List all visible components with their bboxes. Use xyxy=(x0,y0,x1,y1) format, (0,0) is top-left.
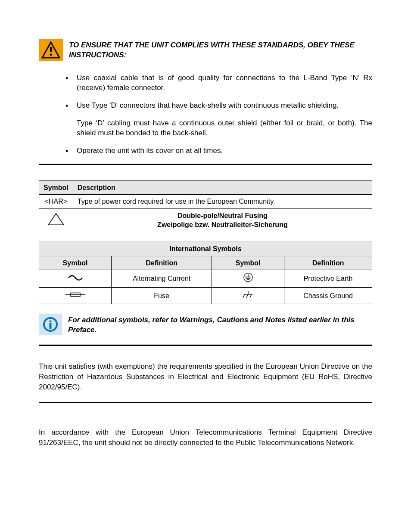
chassis-ground-icon xyxy=(242,290,255,302)
note-block: For additional symbols, refer to Warning… xyxy=(39,314,372,335)
section-divider xyxy=(39,402,372,403)
definition-fuse: Fuse xyxy=(112,287,212,304)
svg-line-17 xyxy=(250,294,252,298)
telecom-paragraph: In accordance with the European Union Te… xyxy=(39,427,372,448)
symbol-pe xyxy=(212,270,284,288)
table-header-symbol: Symbol xyxy=(212,256,284,270)
definition-pe: Protective Earth xyxy=(284,270,372,288)
note-text: For additional symbols, refer to Warning… xyxy=(68,314,372,335)
fuse-icon xyxy=(65,291,86,301)
table-row: Alternating Current Protective Earth xyxy=(39,270,372,288)
table-cell-description: Type of power cord required for use in t… xyxy=(73,195,372,209)
rohs-paragraph: This unit satisfies (with exemptions) th… xyxy=(39,361,372,392)
table-row: Double-pole/Neutral Fusing Zweipolige bz… xyxy=(39,208,372,232)
definition-ac: Alternating Current xyxy=(112,270,212,288)
list-item: Use Type 'D' connectors that have back-s… xyxy=(65,101,372,138)
table-cell-fusing: Double-pole/Neutral Fusing Zweipolige bz… xyxy=(73,208,372,232)
svg-rect-20 xyxy=(50,323,52,329)
warning-triangle-icon xyxy=(39,39,63,61)
alternating-current-icon xyxy=(67,274,84,284)
symbol-chassis-ground xyxy=(212,287,284,304)
table-cell-symbol: <HAR> xyxy=(39,195,73,209)
svg-point-2 xyxy=(50,54,52,56)
list-item: Use coaxial cable that is of good qualit… xyxy=(65,73,372,93)
table-row: <HAR> Type of power cord required for us… xyxy=(39,195,372,209)
compliance-instruction-list: Use coaxial cable that is of good qualit… xyxy=(65,73,372,156)
table-title: International Symbols xyxy=(39,242,372,256)
definition-chassis-ground: Chassis Ground xyxy=(284,287,372,304)
information-icon xyxy=(39,314,62,335)
table-header-description: Description xyxy=(73,180,372,195)
svg-marker-3 xyxy=(48,214,64,225)
table-header-definition: Definition xyxy=(112,256,212,270)
svg-line-16 xyxy=(246,294,248,298)
svg-rect-1 xyxy=(50,47,52,52)
section-divider xyxy=(39,164,372,165)
fusing-line2: Zweipolige bzw. Neutralleiter-Sicherung xyxy=(78,220,367,230)
section-divider xyxy=(39,345,372,346)
table-header-definition: Definition xyxy=(284,256,372,270)
list-item-text: Use Type 'D' connectors that have back-s… xyxy=(77,101,339,109)
triangle-icon xyxy=(47,213,65,226)
warning-heading: TO ENSURE THAT THE UNIT COMPLIES WITH TH… xyxy=(69,39,372,61)
table-row: Fuse Chassis Ground xyxy=(39,287,372,304)
protective-earth-icon xyxy=(243,272,254,285)
list-item: Operate the unit with its cover on at al… xyxy=(65,146,372,156)
list-item-sub-paragraph: Type ‘D’ cabling must have a continuous … xyxy=(77,118,372,138)
symbol-ac xyxy=(39,270,112,288)
table-header-symbol: Symbol xyxy=(39,256,112,270)
table-cell-symbol xyxy=(39,208,73,232)
symbol-fuse xyxy=(39,287,112,304)
symbol-description-table: Symbol Description <HAR> Type of power c… xyxy=(39,180,372,232)
table-header-symbol: Symbol xyxy=(39,180,73,195)
warning-block: TO ENSURE THAT THE UNIT COMPLIES WITH TH… xyxy=(39,39,372,61)
list-item-text: Use coaxial cable that is of good qualit… xyxy=(77,74,372,92)
list-item-text: Operate the unit with its cover on at al… xyxy=(77,146,223,155)
svg-line-15 xyxy=(243,294,245,298)
international-symbols-table: International Symbols Symbol Definition … xyxy=(39,242,372,304)
svg-point-19 xyxy=(50,320,52,323)
fusing-line1: Double-pole/Neutral Fusing xyxy=(78,211,367,221)
